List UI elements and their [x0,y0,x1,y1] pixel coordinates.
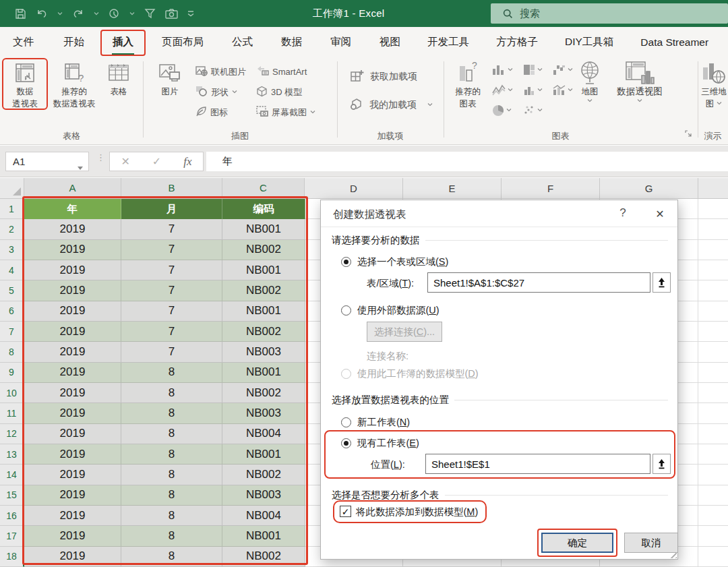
tab-data-streamer[interactable]: Data Streamer [630,27,719,57]
cell-month[interactable]: 8 [121,383,222,403]
close-icon[interactable]: ✕ [650,205,670,222]
smartart-button[interactable]: SmartArt [256,65,307,78]
cell-year[interactable]: 2019 [24,465,121,485]
cell-code[interactable]: NB002 [222,383,305,403]
cell-code[interactable]: NB003 [222,342,305,362]
cell-year[interactable]: 2019 [24,444,121,465]
icons-button[interactable]: 图标 [195,106,228,119]
cell-year[interactable]: 2019 [24,526,121,546]
cell-month[interactable]: 7 [121,301,222,322]
insert-hierarchy-chart-button[interactable] [523,64,543,76]
cell-year[interactable]: 2019 [24,219,121,239]
radio-select-table-range[interactable] [341,257,351,267]
cell-code[interactable]: NB002 [222,547,305,567]
table-range-input[interactable]: Sheet1!$A$1:$C$27 [427,272,650,293]
cell-code[interactable]: NB001 [222,363,305,383]
cell-year[interactable]: 2019 [24,485,121,506]
radio-external-source[interactable] [341,305,351,316]
cell-year[interactable]: 2019 [24,342,121,362]
cell-code[interactable]: NB001 [222,301,305,322]
cell-code[interactable]: NB004 [222,424,305,444]
recommended-charts-button[interactable]: ? 推荐的 图表 [448,61,488,109]
row-number[interactable]: 9 [0,363,24,383]
cell-code[interactable]: NB001 [222,219,305,239]
row-number[interactable]: 4 [0,260,24,280]
row-number[interactable]: 7 [0,322,24,342]
row-number[interactable]: 5 [0,280,24,301]
cell-year[interactable]: 2019 [24,301,121,322]
charts-dialog-launcher-icon[interactable] [685,128,692,140]
insert-scatter-chart-button[interactable] [523,105,543,116]
tab-formulas[interactable]: 公式 [222,27,263,57]
column-header-a[interactable]: A [24,178,121,198]
cell-a1-active[interactable]: 年 [24,199,121,219]
cell-b1[interactable]: 月 [121,199,222,219]
3d-map-button[interactable]: 三维地 图 [699,61,728,109]
cell-code[interactable]: NB004 [222,506,305,526]
confirm-entry-icon[interactable]: ✓ [152,155,161,168]
cell-code[interactable]: NB001 [222,260,305,280]
cell-year[interactable]: 2019 [24,383,121,403]
column-header-c[interactable]: C [222,178,305,198]
pivottable-button[interactable]: 数据 透视表 [5,61,44,109]
cell-year[interactable]: 2019 [24,506,121,526]
cell-year[interactable]: 2019 [24,322,121,342]
checkbox-add-to-data-model[interactable]: ✓ [340,506,351,517]
maps-button[interactable]: 地图 [574,61,606,104]
cell-month[interactable]: 8 [121,526,222,546]
shapes-button[interactable]: 形状 [195,86,237,98]
tab-data[interactable]: 数据 [271,27,312,57]
cell-code[interactable]: NB002 [222,280,305,301]
search-box[interactable]: 搜索 [491,3,728,24]
column-header-b[interactable]: B [121,178,222,198]
row-number[interactable]: 14 [0,465,24,485]
ok-button[interactable]: 确定 [541,533,613,553]
insert-pie-chart-button[interactable] [492,105,512,117]
choose-connection-button[interactable]: 选择连接(C)... [367,322,442,342]
row-number[interactable]: 12 [0,424,24,444]
tab-developer[interactable]: 开发工具 [417,27,479,57]
online-pictures-button[interactable]: 联机图片 [195,65,246,78]
column-header-d[interactable]: D [305,178,403,198]
column-header-f[interactable]: F [502,178,600,198]
cell-year[interactable]: 2019 [24,547,121,567]
cell-month[interactable]: 8 [121,444,222,465]
tab-insert[interactable]: 插入 [102,27,144,57]
cell-year[interactable]: 2019 [24,260,121,280]
radio-new-worksheet[interactable] [341,417,351,427]
recommended-pivottables-button[interactable]: ? 推荐的 数据透视表 [49,61,100,109]
insert-combo-chart-button[interactable] [553,84,573,96]
row-number[interactable]: 8 [0,342,24,362]
cell-code[interactable]: NB001 [222,526,305,546]
cell-year[interactable]: 2019 [24,240,121,260]
tab-diy-toolbox[interactable]: DIY工具箱 [555,27,624,57]
tab-view[interactable]: 视图 [369,27,411,57]
formula-input[interactable]: 年 [206,152,728,171]
column-header-g[interactable]: G [600,178,698,198]
name-box[interactable]: A1 [5,152,89,171]
cell-year[interactable]: 2019 [24,403,121,423]
cell-code[interactable]: NB001 [222,444,305,465]
cell-month[interactable]: 8 [121,403,222,423]
cancel-entry-icon[interactable]: ✕ [121,155,129,168]
location-picker-button[interactable] [653,454,671,474]
row-number[interactable]: 11 [0,403,24,423]
cell-month[interactable]: 8 [121,485,222,506]
cell-year[interactable]: 2019 [24,280,121,301]
row-number[interactable]: 17 [0,526,24,546]
insert-function-icon[interactable]: fx [183,155,191,169]
row-number[interactable]: 2 [0,219,24,239]
range-picker-button[interactable] [653,272,671,293]
screenshot-button[interactable]: 屏幕截图 [256,106,315,119]
get-addins-button[interactable]: 获取加载项 [351,69,417,84]
cell-year[interactable]: 2019 [24,424,121,444]
location-input[interactable]: Sheet1!$E$1 [425,454,650,474]
pivotchart-button[interactable]: 数据透视图 [611,61,669,104]
radio-existing-worksheet[interactable] [341,438,351,448]
cell-code[interactable]: NB002 [222,322,305,342]
cancel-button[interactable]: 取消 [624,533,678,553]
cell-month[interactable]: 7 [121,240,222,260]
tab-fangfanggezi[interactable]: 方方格子 [486,27,548,57]
cell-code[interactable]: NB003 [222,403,305,423]
tab-review[interactable]: 审阅 [320,27,361,57]
